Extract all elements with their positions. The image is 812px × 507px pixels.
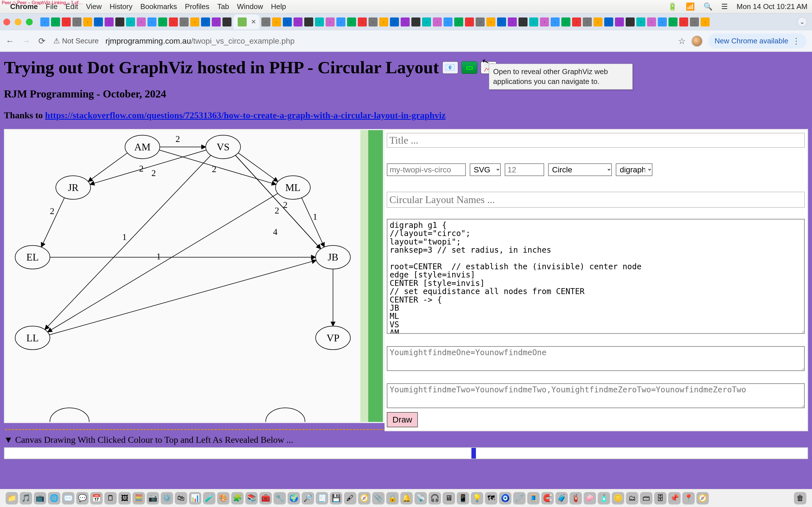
chrome-update-pill[interactable]: New Chrome available ⋮: [708, 34, 806, 48]
background-tab[interactable]: ·: [444, 17, 453, 26]
background-tab[interactable]: ·: [212, 17, 221, 26]
background-tab[interactable]: ·: [486, 17, 495, 26]
dock-app[interactable]: 🗺: [485, 492, 497, 504]
background-tab[interactable]: ·: [497, 17, 506, 26]
background-tab[interactable]: ·: [105, 17, 114, 26]
menu-help[interactable]: Help: [271, 2, 286, 11]
dock-app[interactable]: 🖋: [344, 492, 356, 504]
background-tab[interactable]: ·: [94, 17, 103, 26]
background-tab[interactable]: ·: [647, 17, 656, 26]
back-button[interactable]: ←: [6, 36, 14, 46]
dock-app[interactable]: 🧭: [358, 492, 370, 504]
dock-app[interactable]: 🧷: [513, 492, 525, 504]
dock-app[interactable]: 💬: [76, 492, 89, 504]
menu-view[interactable]: View: [86, 2, 102, 11]
canvas-disclosure[interactable]: ▼ Canvas Drawing With Clicked Colour to …: [4, 434, 808, 446]
background-tab[interactable]: ·: [637, 17, 645, 26]
background-tab[interactable]: ·: [62, 17, 71, 26]
dock-app[interactable]: 🧴: [598, 492, 610, 504]
background-tab[interactable]: ·: [572, 17, 581, 26]
menu-tab[interactable]: Tab: [217, 2, 229, 11]
splitter-gutter[interactable]: [360, 130, 385, 422]
active-tab[interactable]: ✕: [234, 15, 259, 29]
dock-app[interactable]: 🗄: [654, 492, 666, 504]
background-tab[interactable]: ·: [626, 17, 635, 26]
dock-app[interactable]: 🗒: [104, 492, 117, 504]
background-tab[interactable]: ·: [72, 17, 82, 26]
dock-app[interactable]: 📍: [682, 492, 695, 504]
dock-app[interactable]: 📡: [414, 492, 427, 504]
dot-code-textarea[interactable]: [387, 219, 805, 334]
address-bar[interactable]: rjmprogramming.com.au/twopi_vs_circo_exa…: [105, 37, 672, 46]
dock-app[interactable]: ✉️: [62, 492, 74, 504]
background-tab[interactable]: ·: [272, 17, 281, 26]
background-tab[interactable]: ·: [158, 17, 167, 26]
shape-select[interactable]: Circle: [548, 163, 612, 176]
background-tab[interactable]: ·: [561, 17, 570, 26]
maximize-window[interactable]: [26, 18, 33, 25]
tab-overflow-button[interactable]: ⌄: [797, 17, 807, 27]
security-badge[interactable]: ⚠ Not Secure: [53, 37, 99, 45]
background-tab[interactable]: ·: [304, 17, 313, 26]
dock-app[interactable]: 📌: [668, 492, 680, 504]
dock-app[interactable]: 🧩: [231, 492, 244, 504]
background-tab[interactable]: ·: [390, 17, 399, 26]
thanks-link[interactable]: https://stackoverflow.com/questions/7253…: [45, 110, 446, 120]
background-tab[interactable]: ·: [40, 17, 49, 26]
background-tab[interactable]: ·: [169, 17, 178, 26]
background-tab[interactable]: ·: [115, 17, 124, 26]
background-tab[interactable]: ·: [180, 17, 189, 26]
chrome-menu-icon[interactable]: ⋮: [792, 36, 800, 46]
dock-app[interactable]: 🧳: [555, 492, 568, 504]
background-tab[interactable]: ·: [126, 17, 135, 26]
dock-app[interactable]: 🎵: [20, 492, 32, 504]
background-tab[interactable]: ·: [422, 17, 431, 26]
dock-app[interactable]: 🗂: [626, 492, 638, 504]
spotlight-icon[interactable]: 🔍: [703, 2, 712, 11]
dock-app[interactable]: 🧮: [133, 492, 145, 504]
background-tab[interactable]: ·: [411, 17, 420, 26]
dock-app[interactable]: 🖥: [443, 492, 455, 504]
background-tab[interactable]: ·: [368, 17, 377, 26]
wifi-icon[interactable]: 📶: [686, 2, 695, 11]
background-tab[interactable]: ·: [379, 17, 388, 26]
profile-avatar[interactable]: [691, 36, 703, 47]
background-tab[interactable]: ·: [190, 17, 199, 26]
background-tab[interactable]: ·: [701, 17, 710, 26]
replace-one-textarea[interactable]: [387, 346, 805, 371]
menu-bookmarks[interactable]: Bookmarks: [140, 2, 177, 11]
menu-history[interactable]: History: [110, 2, 133, 11]
background-tab[interactable]: ·: [508, 17, 517, 26]
dock-app[interactable]: 📁: [6, 492, 18, 504]
dock-app[interactable]: 🖼: [118, 492, 131, 504]
background-tab[interactable]: ·: [476, 17, 485, 26]
background-tab[interactable]: ·: [529, 17, 538, 26]
dock-app[interactable]: 📷: [147, 492, 159, 504]
background-tab[interactable]: ·: [358, 17, 367, 26]
dock-app[interactable]: 💾: [330, 492, 342, 504]
size-input[interactable]: [505, 163, 544, 176]
format-select[interactable]: SVG: [470, 163, 501, 176]
background-tab[interactable]: ·: [551, 17, 560, 26]
minimize-window[interactable]: [15, 18, 21, 25]
background-tab[interactable]: ·: [668, 17, 677, 26]
background-tab[interactable]: ·: [465, 17, 474, 26]
dock-app[interactable]: 🔎: [302, 492, 314, 504]
background-tab[interactable]: ·: [201, 17, 210, 26]
background-tab[interactable]: ·: [283, 17, 292, 26]
dock-trash[interactable]: 🗑: [794, 492, 806, 504]
dock-app[interactable]: 🧯: [569, 492, 582, 504]
background-tab[interactable]: ·: [690, 17, 699, 26]
palette-badge-icon[interactable]: ▭: [462, 61, 477, 74]
background-tab[interactable]: ·: [137, 17, 146, 26]
replace-two-textarea[interactable]: [387, 383, 805, 408]
draw-button[interactable]: Draw: [387, 412, 418, 427]
dock-app[interactable]: 💡: [471, 492, 483, 504]
canvas-strip[interactable]: [4, 447, 808, 459]
background-tab[interactable]: ·: [583, 17, 592, 26]
dock-app[interactable]: 📅: [90, 492, 103, 504]
menu-profiles[interactable]: Profiles: [185, 2, 209, 11]
bookmark-star-icon[interactable]: ☆: [678, 36, 686, 46]
background-tab[interactable]: ·: [433, 17, 442, 26]
dock-app[interactable]: 🎨: [217, 492, 230, 504]
